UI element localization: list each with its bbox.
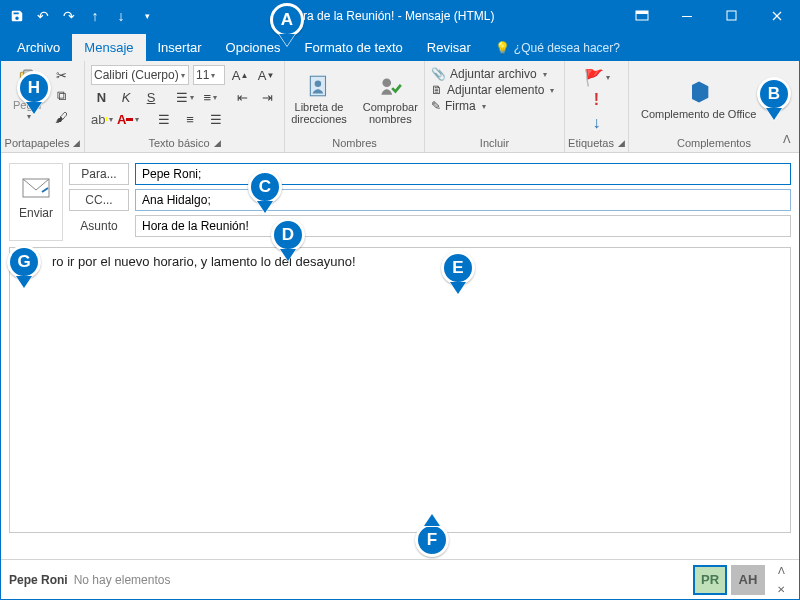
cc-field[interactable] [135, 189, 791, 211]
font-family-value: Calibri (Cuerpo) [94, 68, 179, 82]
ribbon: Pegar ▾ ✂ ⧉ 🖌 Portapapeles◢ Calibri (Cue… [1, 61, 799, 153]
expand-icon[interactable]: ᐱ [778, 565, 785, 576]
svg-point-8 [383, 78, 392, 87]
close-icon[interactable] [754, 1, 799, 31]
address-book-button[interactable]: Libreta de direcciones [285, 73, 353, 125]
to-field[interactable] [135, 163, 791, 185]
signature-button[interactable]: ✎Firma▾ [431, 99, 558, 113]
group-font-label: Texto básico [148, 137, 209, 149]
font-color-icon[interactable]: A▾ [117, 109, 139, 129]
contact-name: Pepe Roni [9, 573, 68, 587]
bold-button[interactable]: N [91, 87, 112, 107]
attach-item-icon: 🗎 [431, 83, 443, 97]
group-clipboard: Pegar ▾ ✂ ⧉ 🖌 Portapapeles◢ [1, 61, 85, 152]
ribbon-display-icon[interactable] [619, 1, 664, 31]
group-addins: Complemento de Office Complementos [629, 61, 799, 152]
dialog-launcher-icon[interactable]: ◢ [618, 138, 625, 148]
collapse-ribbon-icon[interactable]: ᐱ [783, 133, 791, 146]
save-icon[interactable] [9, 8, 25, 24]
font-family-select[interactable]: Calibri (Cuerpo)▾ [91, 65, 189, 85]
group-font: Calibri (Cuerpo)▾ 11▾ A▲ A▼ N K S ☰▾ ≡▾ … [85, 61, 285, 152]
close-pane-icon[interactable]: ✕ [777, 584, 785, 595]
flag-icon[interactable]: 🚩▾ [586, 67, 608, 87]
outdent-icon[interactable]: ⇤ [232, 87, 253, 107]
signature-icon: ✎ [431, 99, 441, 113]
group-tags-label: Etiquetas [568, 137, 614, 149]
window-buttons [619, 1, 799, 31]
undo-icon[interactable]: ↶ [35, 8, 51, 24]
contact-chip-ah[interactable]: AH [731, 565, 765, 595]
tab-archivo[interactable]: Archivo [5, 34, 72, 61]
paperclip-icon: 📎 [431, 67, 446, 81]
svg-rect-3 [727, 11, 736, 20]
tab-revisar[interactable]: Revisar [415, 34, 483, 61]
svg-rect-2 [682, 16, 692, 17]
office-addin-label: Complemento de Office [641, 108, 756, 120]
svg-rect-5 [23, 70, 32, 75]
tab-insertar[interactable]: Insertar [146, 34, 214, 61]
attach-item-label: Adjuntar elemento [447, 83, 544, 97]
body-text: ro ir por el nuevo horario, y lamento lo… [52, 254, 356, 269]
send-label: Enviar [19, 206, 53, 220]
indent-icon[interactable]: ⇥ [257, 87, 278, 107]
window-title: Hora de la Reunión! - Mensaje (HTML) [163, 9, 619, 23]
font-size-select[interactable]: 11▾ [193, 65, 225, 85]
dialog-launcher-icon[interactable]: ◢ [214, 138, 221, 148]
group-include: 📎Adjuntar archivo▾ 🗎Adjuntar elemento▾ ✎… [425, 61, 565, 152]
to-button[interactable]: Para... [69, 163, 129, 185]
down-icon[interactable]: ↓ [113, 8, 129, 24]
send-button[interactable]: Enviar [9, 163, 63, 241]
align-left-icon[interactable]: ☰ [153, 109, 175, 129]
subject-field[interactable] [135, 215, 791, 237]
tab-mensaje[interactable]: Mensaje [72, 34, 145, 61]
group-tags: 🚩▾ ! ↓ Etiquetas◢ [565, 61, 629, 152]
contact-status: No hay elementos [74, 573, 171, 587]
align-right-icon[interactable]: ☰ [205, 109, 227, 129]
group-names-label: Nombres [332, 137, 377, 149]
attach-item-button[interactable]: 🗎Adjuntar elemento▾ [431, 83, 558, 97]
bullets-icon[interactable]: ☰▾ [175, 87, 196, 107]
copy-icon[interactable]: ⧉ [50, 86, 72, 106]
numbering-icon[interactable]: ≡▾ [200, 87, 221, 107]
highlight-icon[interactable]: ab▾ [91, 109, 113, 129]
quick-access-toolbar: ↶ ↷ ↑ ↓ ▾ [1, 8, 163, 24]
attach-file-label: Adjuntar archivo [450, 67, 537, 81]
subject-label: Asunto [69, 219, 129, 233]
attach-file-button[interactable]: 📎Adjuntar archivo▾ [431, 67, 558, 81]
message-body[interactable]: ro ir por el nuevo horario, y lamento lo… [9, 247, 791, 533]
group-names: Libreta de direcciones Comprobar nombres… [285, 61, 425, 152]
redo-icon[interactable]: ↷ [61, 8, 77, 24]
format-painter-icon[interactable]: 🖌 [50, 107, 72, 127]
grow-font-icon[interactable]: A▲ [229, 65, 251, 85]
align-center-icon[interactable]: ≡ [179, 109, 201, 129]
maximize-icon[interactable] [709, 1, 754, 31]
group-include-label: Incluir [480, 137, 509, 149]
underline-button[interactable]: S [141, 87, 162, 107]
svg-marker-9 [692, 81, 708, 102]
cut-icon[interactable]: ✂ [50, 65, 72, 85]
up-icon[interactable]: ↑ [87, 8, 103, 24]
paste-label: Pegar [13, 99, 42, 111]
check-names-label: Comprobar nombres [363, 101, 418, 125]
title-bar: ↶ ↷ ↑ ↓ ▾ Hora de la Reunión! - Mensaje … [1, 1, 799, 31]
shrink-font-icon[interactable]: A▼ [255, 65, 277, 85]
dialog-launcher-icon[interactable]: ◢ [73, 138, 80, 148]
lightbulb-icon: 💡 [495, 41, 510, 55]
check-names-button[interactable]: Comprobar nombres [357, 73, 424, 125]
contact-chip-pr[interactable]: PR [693, 565, 727, 595]
high-importance-icon[interactable]: ! [586, 90, 608, 110]
people-pane-controls: ᐱ ✕ [771, 565, 791, 595]
office-addin-button[interactable]: Complemento de Office [635, 78, 762, 120]
tab-formato[interactable]: Formato de texto [293, 34, 415, 61]
group-clipboard-label: Portapapeles [5, 137, 70, 149]
minimize-icon[interactable] [664, 1, 709, 31]
svg-rect-1 [636, 11, 648, 14]
font-size-value: 11 [196, 68, 209, 82]
tell-me[interactable]: 💡 ¿Qué desea hacer? [483, 35, 632, 61]
cc-button[interactable]: CC... [69, 189, 129, 211]
qat-more-icon[interactable]: ▾ [139, 8, 155, 24]
low-importance-icon[interactable]: ↓ [586, 113, 608, 133]
paste-button[interactable]: Pegar ▾ [7, 63, 48, 135]
tab-opciones[interactable]: Opciones [214, 34, 293, 61]
italic-button[interactable]: K [116, 87, 137, 107]
